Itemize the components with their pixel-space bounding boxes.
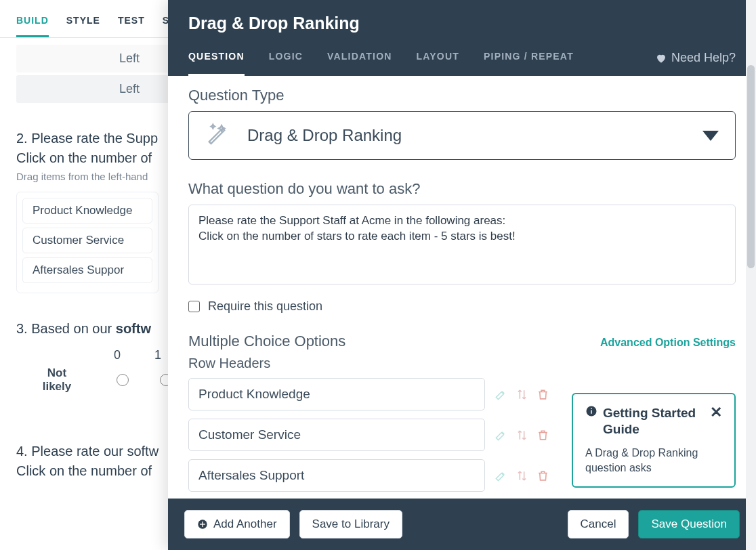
question-type-name: Drag & Drop Ranking: [247, 126, 684, 145]
q3-title-bold: softw: [116, 321, 151, 336]
scale-num: 0: [114, 348, 121, 362]
svg-rect-2: [591, 408, 592, 410]
q3-title-prefix: 3. Based on our: [16, 321, 116, 336]
edit-icon[interactable]: [495, 429, 507, 442]
q1-row-label: Left: [119, 51, 140, 66]
tab-test[interactable]: TEST: [118, 8, 145, 37]
tab-question[interactable]: QUESTION: [188, 40, 245, 76]
scrollbar-thumb[interactable]: [747, 65, 755, 268]
question-editor-modal: Drag & Drop Ranking QUESTION LOGIC VALID…: [168, 0, 756, 550]
question-text-label: What question do you want to ask?: [188, 180, 736, 198]
info-icon: [585, 405, 597, 420]
q2-items-box: Product Knowledge Customer Service After…: [16, 192, 159, 293]
row-headers-label: Row Headers: [188, 356, 736, 371]
wand-icon: [205, 123, 228, 148]
advanced-option-settings-link[interactable]: Advanced Option Settings: [600, 337, 736, 349]
q1-row-label: Left: [119, 82, 140, 96]
tab-piping[interactable]: PIPING / REPEAT: [484, 40, 574, 76]
question-type-select[interactable]: Drag & Drop Ranking: [188, 111, 736, 160]
add-another-label: Add Another: [213, 517, 277, 531]
mco-section-label: Multiple Choice Options: [188, 333, 345, 350]
trash-icon[interactable]: [537, 388, 549, 401]
tab-style[interactable]: STYLE: [66, 8, 100, 37]
save-question-button[interactable]: Save Question: [638, 510, 740, 538]
question-text-input[interactable]: [188, 205, 736, 284]
modal-footer: Add Another Save to Library Cancel Save …: [168, 499, 756, 550]
radio-icon[interactable]: [117, 374, 129, 386]
gs-title: Getting Started Guide: [603, 405, 705, 438]
sort-icon[interactable]: [516, 469, 528, 482]
question-type-label: Question Type: [188, 87, 736, 104]
caret-down-icon: [702, 131, 719, 141]
save-to-library-button[interactable]: Save to Library: [299, 510, 402, 538]
list-item[interactable]: Aftersales Suppor: [22, 257, 152, 283]
edit-icon[interactable]: [495, 469, 507, 482]
modal-header: Drag & Drop Ranking QUESTION LOGIC VALID…: [168, 0, 756, 76]
sort-icon[interactable]: [516, 429, 528, 442]
modal-title: Drag & Drop Ranking: [188, 14, 736, 33]
modal-tabs: QUESTION LOGIC VALIDATION LAYOUT PIPING …: [188, 40, 574, 76]
trash-icon[interactable]: [537, 429, 549, 442]
require-label: Require this question: [208, 299, 322, 314]
scrollbar[interactable]: [746, 0, 756, 550]
scale-num: 1: [154, 348, 161, 362]
trash-icon[interactable]: [537, 469, 549, 482]
edit-icon[interactable]: [495, 388, 507, 401]
tab-logic[interactable]: LOGIC: [269, 40, 303, 76]
option-input[interactable]: [188, 419, 485, 451]
sort-icon[interactable]: [516, 388, 528, 401]
option-input[interactable]: [188, 459, 485, 492]
option-input[interactable]: [188, 378, 485, 410]
save-question-label: Save Question: [651, 517, 727, 531]
save-to-library-label: Save to Library: [312, 517, 390, 531]
svg-rect-5: [200, 524, 205, 524]
need-help-link[interactable]: Need Help?: [655, 51, 736, 65]
modal-body: Question Type Drag & Drop Ranking What q…: [168, 76, 756, 499]
heart-icon: [655, 52, 667, 64]
need-help-label: Need Help?: [671, 51, 736, 65]
svg-rect-1: [591, 410, 592, 414]
tab-validation[interactable]: VALIDATION: [327, 40, 392, 76]
scale-label: Not likely: [16, 366, 98, 394]
require-checkbox[interactable]: [188, 301, 200, 312]
list-item[interactable]: Customer Service: [22, 228, 152, 253]
tab-layout[interactable]: LAYOUT: [417, 40, 459, 76]
add-another-button[interactable]: Add Another: [184, 510, 290, 538]
cancel-label: Cancel: [581, 517, 616, 531]
close-icon[interactable]: ✕: [710, 405, 722, 420]
tab-build[interactable]: BUILD: [16, 8, 49, 37]
plus-circle-icon: [197, 519, 208, 530]
cancel-button[interactable]: Cancel: [568, 510, 629, 538]
list-item[interactable]: Product Knowledge: [22, 198, 152, 224]
gs-body: A Drag & Drop Ranking question asks: [585, 446, 722, 476]
getting-started-panel: Getting Started Guide ✕ A Drag & Drop Ra…: [572, 393, 736, 488]
